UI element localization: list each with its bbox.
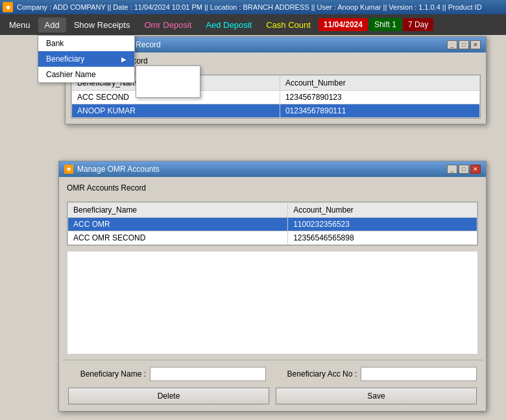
omr-minimize-button[interactable]: _ <box>447 165 457 174</box>
omr-table-container: Beneficiary_Name Account_Number ACC OMR1… <box>67 202 478 246</box>
omr-acc-group: Beneficiary Acc No : <box>279 367 477 381</box>
aed-row-name: ANOOP KUMAR <box>72 104 280 118</box>
omr-row-account: 12356546565898 <box>288 231 477 245</box>
aed-deposit-button[interactable]: Aed Deposit <box>199 18 258 32</box>
omr-table-row[interactable]: ACC OMR SECOND12356546565898 <box>68 231 477 245</box>
beneficiary-name-label: Beneficiary Name : <box>68 369 146 379</box>
add-button[interactable]: Add <box>38 18 66 32</box>
days-badge: 7 Day <box>403 18 433 31</box>
delete-button[interactable]: Delete <box>68 388 269 404</box>
omr-row-name: ACC OMR <box>68 218 288 231</box>
omr-col-name: Beneficiary_Name <box>68 203 288 218</box>
omr-deposit-button[interactable]: Omr Deposit <box>138 18 198 32</box>
aed-col-account: Account_Number <box>280 76 479 91</box>
dropdown-bank[interactable]: Bank <box>38 36 134 51</box>
dropdown-beneficiary[interactable]: Beneficiary ▶ Dirham Omani Rial <box>38 51 134 67</box>
omr-table-row[interactable]: ACC OMR1100232356523 <box>68 218 477 231</box>
omr-button-row: Delete Save <box>62 384 483 408</box>
show-receipts-button[interactable]: Show Receipts <box>67 18 137 32</box>
omr-table: Beneficiary_Name Account_Number ACC OMR1… <box>67 202 477 245</box>
app-icon: ★ <box>3 2 13 12</box>
title-bar: ★ Company : ADD COMPANY || Date : 11/04/… <box>0 0 506 14</box>
date-badge: 11/04/2024 <box>319 18 368 31</box>
cash-count-button[interactable]: Cash Count <box>259 18 317 32</box>
omr-row-account: 1100232356523 <box>288 218 477 231</box>
omr-window-icon: ★ <box>64 165 73 174</box>
shift-badge: Shift 1 <box>369 18 402 31</box>
omr-form: Beneficiary Name : Beneficiary Acc No : … <box>62 360 483 408</box>
omr-col-account: Account_Number <box>288 203 477 218</box>
omr-name-group: Beneficiary Name : <box>68 367 266 381</box>
omr-row-name: ACC OMR SECOND <box>68 231 288 245</box>
omr-close-button[interactable]: ✕ <box>470 165 481 174</box>
menu-bar: Menu Add Show Receipts Omr Deposit Aed D… <box>0 14 506 35</box>
omr-window-titlebar: ★ Manage OMR Accounts _ □ ✕ <box>59 161 486 177</box>
submenu-omani-rial[interactable]: Omani Rial <box>136 82 200 97</box>
omr-section-label: OMR Accounts Record <box>62 180 483 196</box>
aed-table-row[interactable]: ACC SECOND1234567890123 <box>72 91 480 104</box>
omr-window-controls: _ □ ✕ <box>447 165 481 174</box>
aed-row-account: 01234567890111 <box>280 104 479 118</box>
omr-table-header: Beneficiary_Name Account_Number <box>68 203 477 218</box>
dropdown-cashier-name[interactable]: Cashier Name <box>38 67 134 82</box>
title-text: Company : ADD COMPANY || Date : 11/04/20… <box>17 3 482 11</box>
omr-window-title: Manage OMR Accounts <box>77 165 160 174</box>
omr-title-left: ★ Manage OMR Accounts <box>64 165 160 174</box>
aed-window-controls: _ □ ✕ <box>447 40 481 49</box>
omr-restore-button[interactable]: □ <box>459 165 469 174</box>
omr-empty-area <box>67 251 478 355</box>
beneficiary-label: Beneficiary <box>46 54 84 64</box>
dropdown-container: Bank Beneficiary ▶ Dirham Omani Rial Cas… <box>38 35 135 83</box>
aed-table-row[interactable]: ANOOP KUMAR01234567890111 <box>72 104 480 118</box>
omr-form-fields: Beneficiary Name : Beneficiary Acc No : <box>62 364 483 384</box>
omr-body: OMR Accounts Record Beneficiary_Name Acc… <box>59 177 486 411</box>
beneficiary-arrow-icon: ▶ <box>121 56 126 63</box>
submenu-dirham[interactable]: Dirham <box>136 66 200 82</box>
beneficiary-acc-label: Beneficiary Acc No : <box>279 369 357 379</box>
add-dropdown-menu: Bank Beneficiary ▶ Dirham Omani Rial Cas… <box>38 35 135 83</box>
omr-window: ★ Manage OMR Accounts _ □ ✕ OMR Accounts… <box>58 161 487 412</box>
beneficiary-acc-input[interactable] <box>361 367 477 381</box>
beneficiary-submenu: Dirham Omani Rial <box>136 65 200 98</box>
aed-row-account: 1234567890123 <box>280 91 479 104</box>
save-button[interactable]: Save <box>276 388 477 404</box>
aed-close-button[interactable]: ✕ <box>470 40 481 49</box>
aed-restore-button[interactable]: □ <box>459 40 469 49</box>
beneficiary-name-input[interactable] <box>150 367 266 381</box>
aed-minimize-button[interactable]: _ <box>447 40 457 49</box>
menu-button[interactable]: Menu <box>3 18 37 32</box>
